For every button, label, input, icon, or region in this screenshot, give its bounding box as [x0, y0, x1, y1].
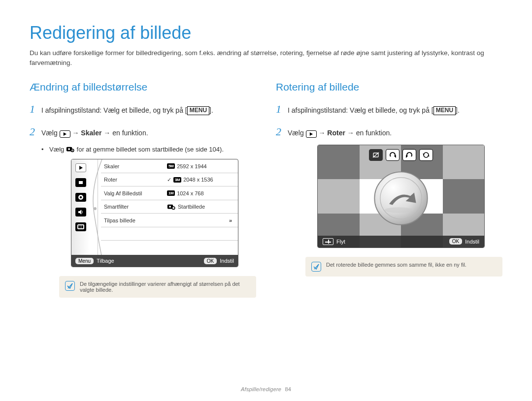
step2-pre: Vælg: [288, 129, 306, 137]
step2-rest: → en funktion.: [101, 129, 148, 137]
check-icon: ✓: [167, 177, 171, 183]
footer-move: Flyt: [336, 239, 345, 245]
note-text: De tilgængelige indstillinger varierer a…: [80, 281, 250, 293]
svg-rect-14: [80, 225, 82, 228]
svg-point-30: [374, 172, 427, 224]
bullet-post: for at gemme billedet som startbillede (…: [75, 146, 224, 153]
step1-post: ].: [456, 106, 460, 114]
right-heading: Rotering af billede: [276, 81, 502, 93]
rotate-off-icon: [369, 149, 383, 161]
menu-row: Tilpas billede »: [101, 214, 238, 227]
step1-post: ].: [209, 106, 213, 114]
camera-rotate-screenshot: Flyt OK Indstil: [317, 145, 485, 248]
dpad-icon: [323, 238, 333, 245]
step1-pre: I afspilningstilstand: Vælg et billede, …: [41, 106, 187, 114]
step2-rest: → en funktion.: [345, 129, 392, 137]
right-column: Rotering af billede 1 I afspilningstilst…: [276, 81, 502, 298]
footer-ok: Indstil: [220, 258, 234, 264]
step1-pre: I afspilningstilstand: Vælg et billede, …: [288, 106, 433, 114]
sidebar-gear-icon: [75, 193, 86, 202]
step-number: 2: [276, 123, 283, 141]
svg-point-20: [172, 207, 174, 209]
rotate-preview-icon: [373, 170, 430, 227]
svg-point-16: [94, 207, 97, 210]
camera-menu-screenshot: Skaler 5M 2592 x 1944 Roter ✓3M 2048 x 1…: [71, 159, 238, 267]
right-step-1: 1 I afspilningstilstand: Vælg et billede…: [276, 100, 502, 118]
startimage-icon: [66, 146, 75, 153]
rotate-180-icon: [419, 149, 433, 161]
svg-point-2: [68, 148, 70, 150]
svg-point-32: [384, 207, 413, 213]
left-step-1: 1 I afspilningstilstand: Vælg et billede…: [30, 100, 256, 118]
step-number: 1: [30, 100, 36, 118]
footer-back: Tilbage: [97, 258, 114, 264]
svg-marker-23: [310, 132, 313, 135]
note-box: De tilgængelige indstillinger varierer a…: [59, 276, 256, 298]
svg-point-5: [72, 150, 73, 151]
svg-point-10: [80, 196, 82, 198]
play-icon: [306, 130, 317, 138]
footer-section: Afspille/redigere: [241, 386, 281, 392]
bullet-pre: Vælg: [49, 146, 66, 153]
more-icon: »: [229, 217, 232, 223]
note-icon: [311, 262, 321, 272]
ok-pill: OK: [449, 238, 462, 245]
sidebar-play-icon: [75, 163, 86, 172]
menu-key-icon: MENU: [187, 106, 209, 115]
step-number: 1: [276, 100, 283, 118]
left-step-2: 2 Vælg → Skaler → en funktion.: [30, 123, 256, 141]
play-icon: [60, 130, 70, 138]
page-footer: Afspille/redigere 84: [0, 386, 532, 392]
left-heading: Ændring af billedstørrelse: [30, 81, 256, 93]
svg-rect-13: [78, 225, 80, 228]
step-number: 2: [30, 123, 36, 141]
camera-footer: Flyt OK Indstil: [318, 236, 484, 247]
startimage-icon: [167, 203, 176, 210]
sep: →: [317, 129, 328, 137]
menu-row: Smartfilter Startbillede: [101, 200, 238, 214]
left-bullet: • Vælg for at gemme billedet som startbi…: [41, 145, 256, 154]
step2-pre: Vælg: [41, 129, 60, 137]
step2-bold: Roter: [327, 129, 345, 137]
svg-marker-11: [78, 210, 81, 215]
menu-pill: Menu: [75, 258, 94, 264]
svg-marker-0: [64, 132, 66, 135]
note-box: Det roterede billede gemmes som samme fi…: [305, 257, 502, 277]
svg-point-18: [169, 206, 171, 208]
menu-key-icon: MENU: [433, 106, 456, 115]
sidebar-display-icon: [75, 222, 86, 231]
menu-row: Valg Af Billedstil 1M 1024 x 768: [101, 186, 238, 200]
intro-text: Du kan udføre forskellige former for bil…: [30, 48, 502, 67]
menu-row: Roter ✓3M 2048 x 1536: [101, 173, 238, 187]
sep: →: [70, 129, 81, 137]
sidebar-movie-icon: [75, 178, 86, 187]
right-step-2: 2 Vælg → Roter → en funktion.: [276, 123, 502, 141]
camera-footer: Menu Tilbage OK Indstil: [71, 255, 238, 267]
menu-row: Skaler 5M 2592 x 1944: [101, 159, 238, 173]
note-icon: [65, 281, 75, 291]
page-title: Redigering af billede: [30, 23, 502, 43]
step2-bold: Skaler: [81, 129, 101, 137]
svg-marker-6: [79, 166, 83, 170]
svg-rect-8: [79, 181, 83, 184]
menu-row-empty: [101, 227, 238, 241]
ok-pill: OK: [204, 258, 217, 264]
sidebar-sound-icon: [75, 208, 86, 216]
rotate-right-90-icon: [386, 149, 399, 161]
rotate-left-90-icon: [402, 149, 416, 161]
footer-ok: Indstil: [465, 239, 479, 245]
left-column: Ændring af billedstørrelse 1 I afspilnin…: [30, 81, 256, 298]
footer-page-number: 84: [285, 386, 291, 392]
svg-rect-15: [82, 225, 83, 228]
note-text: Det roterede billede gemmes som samme fi…: [326, 262, 466, 268]
